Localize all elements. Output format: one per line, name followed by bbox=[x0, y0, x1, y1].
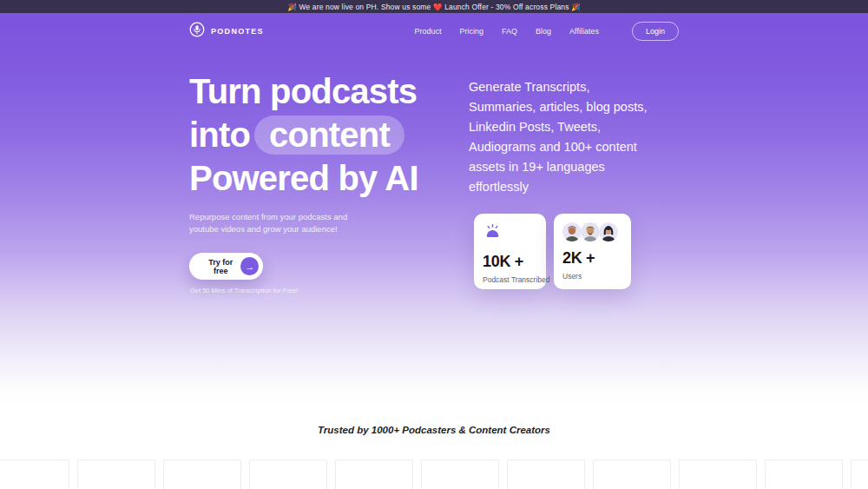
microphone-stat-icon bbox=[483, 222, 537, 245]
logo-grid-cell bbox=[77, 459, 155, 489]
podnotes-landing-page: 🎉 We are now live on PH. Show us some ❤️… bbox=[0, 0, 868, 489]
logo-grid bbox=[0, 459, 868, 489]
hero-subtext: Repurpose content from your podcasts and… bbox=[189, 211, 347, 235]
microphone-logo-icon bbox=[189, 22, 205, 41]
trust-text: Trusted by 1000+ Podcasters & Content Cr… bbox=[0, 425, 868, 435]
hero-description-line: Audiograms and 100+ content bbox=[469, 137, 648, 157]
stat-card-users: 2K + Users bbox=[554, 214, 631, 289]
logo-grid-cell bbox=[335, 459, 413, 489]
logo-grid-cell bbox=[679, 459, 757, 489]
stat-value: 2K + bbox=[562, 249, 622, 268]
logo-grid-cell bbox=[507, 459, 585, 489]
hero-description: Generate Transcripts, Summaries, article… bbox=[469, 77, 648, 197]
brand-logo[interactable]: PODNOTES bbox=[189, 22, 264, 41]
avatar bbox=[562, 222, 582, 241]
logo-grid-cell bbox=[0, 459, 69, 489]
logo-grid-cell bbox=[249, 459, 327, 489]
hero-description-line: assets in 19+ languages bbox=[469, 157, 648, 177]
try-for-free-button[interactable]: Try for free → bbox=[189, 253, 263, 280]
logo-grid-cell bbox=[765, 459, 843, 489]
stat-card-transcribed: 10K + Podcast Transcribed bbox=[474, 214, 546, 289]
headline-line1: Turn podcasts bbox=[189, 69, 418, 113]
announcement-banner: 🎉 We are now live on PH. Show us some ❤️… bbox=[0, 0, 868, 13]
stat-label: Podcast Transcribed bbox=[483, 275, 537, 284]
try-for-free-label: Try for free bbox=[201, 258, 240, 275]
headline-line3: Powered by AI bbox=[189, 156, 418, 200]
hero-subtext-line1: Repurpose content from your podcasts and bbox=[189, 211, 347, 223]
main-nav: Product Pricing FAQ Blog Affiliates Logi… bbox=[415, 22, 679, 41]
hero-background bbox=[0, 13, 868, 414]
nav-item-faq[interactable]: FAQ bbox=[502, 27, 517, 36]
header: PODNOTES Product Pricing FAQ Blog Affili… bbox=[189, 21, 679, 41]
cta-note: Get 50 Mins of Transcription for Free! bbox=[190, 287, 298, 294]
logo-grid-cell bbox=[851, 459, 868, 489]
hero-description-line: effortlessly bbox=[469, 177, 648, 197]
logo-grid-cell bbox=[163, 459, 241, 489]
headline-line2: intocontent bbox=[189, 113, 418, 156]
brand-name: PODNOTES bbox=[211, 27, 264, 36]
nav-item-pricing[interactable]: Pricing bbox=[460, 27, 484, 36]
nav-item-blog[interactable]: Blog bbox=[536, 27, 551, 36]
nav-item-affiliates[interactable]: Affiliates bbox=[569, 27, 599, 36]
headline-line2-prefix: into bbox=[189, 116, 250, 154]
page-title: Turn podcasts intocontent Powered by AI bbox=[189, 69, 418, 200]
stat-value: 10K + bbox=[483, 253, 537, 271]
arrow-right-icon: → bbox=[240, 257, 259, 275]
nav-item-product[interactable]: Product bbox=[415, 27, 442, 36]
stat-label: Users bbox=[562, 272, 622, 281]
headline-highlight: content bbox=[254, 116, 404, 155]
stats-row: 10K + Podcast Transcribed bbox=[474, 214, 631, 289]
avatar bbox=[581, 222, 600, 241]
avatar bbox=[599, 222, 618, 241]
hero-description-line: Generate Transcripts, bbox=[469, 77, 648, 97]
logo-grid-cell bbox=[593, 459, 671, 489]
logo-grid-cell bbox=[421, 459, 499, 489]
hero-subtext-line2: youtube videos and grow your audience! bbox=[189, 223, 347, 235]
login-button[interactable]: Login bbox=[632, 22, 679, 41]
hero-description-line: Linkedin Posts, Tweets, bbox=[469, 117, 648, 137]
user-avatars bbox=[562, 222, 622, 241]
hero-description-line: Summaries, articles, blog posts, bbox=[469, 97, 648, 117]
announcement-text: 🎉 We are now live on PH. Show us some ❤️… bbox=[287, 3, 581, 11]
